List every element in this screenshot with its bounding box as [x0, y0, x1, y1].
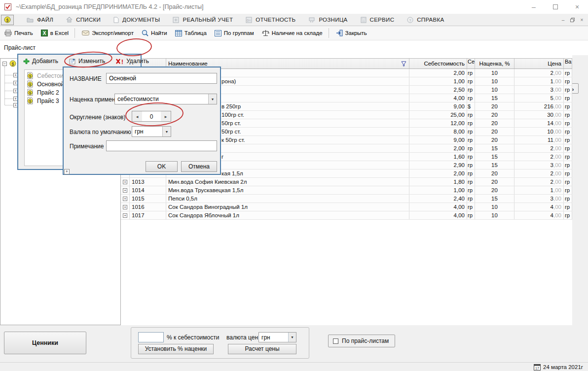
cell-cost: 2,00 — [409, 169, 467, 177]
price-decimals: ,00 — [553, 145, 561, 151]
price-decimals: ,00 — [553, 187, 561, 193]
chevron-down-icon[interactable]: ▼ — [162, 127, 171, 136]
cell-cost: 4,00 — [409, 211, 467, 219]
price-integer: 30 — [547, 112, 553, 118]
header-cost[interactable]: Себестоимость — [409, 59, 467, 68]
menu-item-label: СПРАВКА — [417, 17, 444, 23]
by-pricelists-button[interactable]: По прайс-листам — [328, 335, 395, 347]
price-decimals: ,00 — [553, 129, 561, 135]
menu-item-lists[interactable]: СПИСКИ — [66, 17, 101, 23]
menu-item-file[interactable]: ФАЙЛ — [27, 17, 53, 23]
close-button[interactable]: × — [566, 0, 588, 14]
add-pricelist-button[interactable]: Добавить — [23, 58, 58, 65]
tree-collapse-box[interactable]: − — [2, 62, 7, 66]
toolbar-button-label: Экспорт/импорт — [92, 30, 134, 36]
close-view-button[interactable]: Закрыть — [332, 28, 370, 38]
mdi-minimize-button[interactable]: – — [559, 16, 567, 24]
cell-code: 1015 — [130, 195, 166, 202]
menu-item-documents[interactable]: ДОКУМЕНТЫ — [113, 17, 160, 23]
set-markup-button[interactable]: Установить % наценки — [138, 344, 214, 354]
row-expand-box[interactable]: + — [123, 180, 127, 184]
row-expand-box[interactable]: + — [123, 213, 127, 218]
price-decimals: ,00 — [553, 212, 561, 218]
table-row[interactable]: + 1013 Мин.вода София Киевская 2л 1,80 г… — [121, 178, 572, 186]
delete-x-icon: ! — [116, 58, 124, 65]
maximize-button[interactable] — [545, 0, 566, 14]
stock-availability-button[interactable]: Наличие на складе — [258, 28, 326, 38]
table-view-button[interactable]: Таблица — [172, 29, 210, 38]
table-row[interactable]: + 1014 Мин.вода Трускавецкая 1,5л 1,00 г… — [121, 186, 572, 195]
tree-expand-box[interactable]: + — [64, 169, 70, 174]
cell-cost-currency: гр — [467, 203, 475, 211]
cancel-button[interactable]: Отмена — [181, 161, 217, 172]
coin-icon: $ — [4, 16, 11, 23]
price-decimals: ,00 — [553, 154, 561, 160]
rounding-spinner[interactable]: ◀ 0 ▶ — [132, 111, 171, 122]
report-icon: 0= — [246, 17, 252, 23]
price-decimals: ,00 — [553, 70, 561, 76]
status-bar: 17 24 марта 2021г — [0, 362, 588, 371]
cell-cost: 12,00 — [409, 119, 467, 127]
print-button[interactable]: Печать — [1, 28, 37, 38]
plus-box-icon — [173, 17, 179, 23]
price-currency-value: грн — [259, 333, 288, 342]
export-import-button[interactable]: Экспорт/импорт — [78, 29, 137, 37]
table-row[interactable]: + 1016 Сок Сандора Виноградный 1л 4,00 г… — [121, 203, 572, 211]
row-expand-cell: + — [121, 195, 130, 202]
note-input[interactable] — [106, 140, 217, 151]
cell-price-currency: гр — [564, 128, 572, 135]
ok-button[interactable]: OK — [146, 161, 178, 172]
spin-right-icon[interactable]: ▶ — [161, 111, 171, 121]
header-markup[interactable]: Наценка, % — [475, 59, 514, 68]
price-integer: 216 — [544, 103, 553, 109]
cell-price-currency: гр — [564, 144, 572, 152]
edit-icon — [69, 58, 76, 65]
menu-item-real-accounting[interactable]: РЕАЛЬНЫЙ УЧЕТ — [173, 17, 233, 23]
menu-item-reports[interactable]: 0= ОТЧЕТНОСТЬ — [246, 17, 295, 23]
cell-price: 3,00 — [514, 161, 564, 169]
chevron-down-icon[interactable]: ▼ — [208, 94, 217, 104]
default-currency-combo[interactable]: грн ▼ — [132, 126, 171, 137]
find-button[interactable]: Найти — [138, 28, 171, 38]
row-expand-box[interactable]: + — [123, 188, 127, 193]
cell-price-currency: гр — [564, 69, 572, 77]
cell-name: Мин.вода Трускавецкая 1,5л — [166, 186, 409, 194]
price-decimals: ,00 — [553, 137, 561, 143]
row-expand-box[interactable]: + — [123, 205, 127, 209]
coin-menu-button[interactable]: $ — [1, 15, 14, 25]
calc-price-button[interactable]: Расчет цены — [228, 344, 296, 354]
header-price[interactable]: Цена — [514, 59, 564, 68]
delete-pricelist-button[interactable]: ! Удалить — [116, 58, 149, 65]
cell-price: 3,00 — [514, 86, 564, 94]
price-integer: 14 — [547, 120, 553, 126]
excel-button[interactable]: X в Excel — [37, 28, 72, 38]
header-price-currency[interactable]: Ва — [564, 59, 572, 68]
header-cost-currency[interactable]: Се — [467, 59, 475, 68]
price-tags-button[interactable]: Ценники — [4, 332, 86, 354]
markup-applies-combo[interactable]: себестоимости ▼ — [114, 94, 217, 104]
menu-item-service[interactable]: СЕРВИС — [361, 17, 395, 23]
by-groups-button[interactable]: По группам — [211, 29, 257, 38]
chevron-down-icon[interactable]: ▼ — [288, 333, 296, 342]
name-input[interactable] — [106, 73, 217, 84]
price-integer: 11 — [548, 137, 553, 143]
tree-connector — [5, 83, 13, 83]
price-currency-combo[interactable]: грн ▼ — [258, 332, 296, 342]
percent-input[interactable] — [138, 332, 164, 342]
coin-icon: $ — [9, 60, 16, 67]
cell-markup: 10 — [475, 86, 514, 94]
pricelist-page-coin-icon: $ — [27, 72, 34, 79]
by-pricelists-checkbox[interactable] — [333, 338, 338, 344]
filter-funnel-icon[interactable] — [401, 61, 406, 67]
menu-item-retail[interactable]: ++ РОЗНИЦА — [308, 17, 347, 23]
table-row[interactable]: + 1015 Пепси 0,5л 2,40 гр 15 3,00 гр — [121, 195, 572, 203]
row-expand-box[interactable]: + — [123, 197, 127, 201]
menu-item-help[interactable]: ? СПРАВКА — [407, 17, 444, 23]
spin-left-icon[interactable]: ◀ — [132, 111, 142, 121]
mdi-close-button[interactable]: × — [578, 16, 586, 24]
edit-pricelist-button[interactable]: Изменить — [69, 58, 105, 65]
table-row[interactable]: + 1017 Сок Сандора Яблочный 1л 4,00 гр 1… — [121, 211, 572, 220]
mdi-restore-button[interactable] — [568, 16, 577, 24]
cell-price-currency: гр — [564, 153, 572, 161]
minimize-button[interactable]: – — [523, 0, 545, 14]
